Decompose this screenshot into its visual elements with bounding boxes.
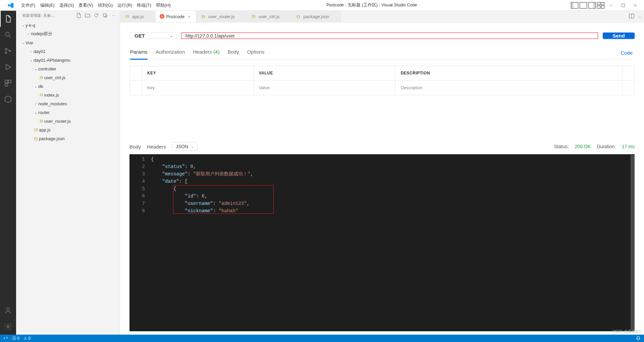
run-debug-icon[interactable] — [0, 59, 16, 75]
folder-vue[interactable]: ⌄Vue — [16, 38, 120, 47]
close-icon[interactable] — [629, 1, 641, 10]
file-index[interactable]: JSindex.js — [16, 91, 120, 99]
value-input[interactable]: Value — [253, 80, 395, 95]
svg-rect-15 — [8, 80, 11, 83]
folder-router[interactable]: ⌄router — [16, 108, 120, 117]
folder-db[interactable]: ⌄db — [16, 82, 120, 91]
tab-package[interactable]: {}package.json× — [291, 11, 341, 22]
menu-go[interactable]: 转到(G) — [96, 1, 115, 10]
svg-rect-7 — [597, 6, 600, 8]
resp-tab-headers[interactable]: Headers — [147, 144, 166, 150]
explorer-icon[interactable] — [0, 11, 16, 27]
menu-view[interactable]: 查看(V) — [76, 1, 95, 10]
method-select[interactable]: GET⌄ — [129, 33, 176, 39]
collapse-all-icon[interactable] — [102, 13, 108, 18]
file-tree: ⌄y-k-q ›nodejs部分 ⌄Vue ›day01 ⌄day01-APIx… — [16, 20, 120, 335]
maximize-icon[interactable] — [617, 1, 629, 10]
new-file-icon[interactable] — [76, 13, 82, 18]
menu-help[interactable]: 帮助(H) — [154, 1, 173, 10]
svg-rect-16 — [5, 83, 8, 86]
editor-tabs: JSapp.js× ◎Postcode× JSuser_router.js× J… — [120, 11, 644, 22]
window-title: Postcode - 无标题 (工作区) - Visual Studio Cod… — [173, 2, 570, 8]
resp-tab-body[interactable]: Body — [129, 144, 141, 150]
settings-gear-icon[interactable] — [0, 319, 16, 335]
extensions-icon[interactable] — [0, 75, 16, 91]
menu-edit[interactable]: 编辑(E) — [38, 1, 57, 10]
folder-controller[interactable]: ⌄controller — [16, 64, 120, 73]
minimize-icon[interactable] — [605, 1, 617, 10]
code-link[interactable]: Code — [621, 50, 635, 56]
file-user-ctrl[interactable]: JSuser_ctrl.js — [16, 73, 120, 82]
folder-apixiangmu[interactable]: ⌄day01-APIxiangmu — [16, 56, 120, 64]
layout-grid-icon[interactable] — [597, 1, 605, 9]
svg-point-18 — [7, 326, 9, 328]
tab-auth[interactable]: Authorization — [156, 46, 185, 59]
notifications-icon[interactable] — [636, 336, 641, 341]
tab-user-router[interactable]: JSuser_router.js× — [196, 11, 247, 22]
svg-point-11 — [5, 48, 7, 50]
tab-postcode[interactable]: ◎Postcode× — [156, 11, 196, 22]
more-tab-icon[interactable]: ··· — [638, 14, 641, 19]
layout-left-icon[interactable] — [571, 1, 579, 9]
chevron-down-icon: ⌄ — [170, 34, 173, 38]
resp-format-select[interactable]: JSON⌄ — [172, 142, 198, 151]
activity-bar — [0, 11, 16, 335]
search-icon[interactable] — [0, 27, 16, 43]
svg-point-12 — [5, 52, 7, 54]
tab-params[interactable]: Params — [130, 46, 148, 60]
response-body[interactable]: 12345678 { "status": 0, "message": "获取用户… — [129, 154, 635, 331]
menu-file[interactable]: 文件(F) — [19, 1, 38, 10]
duration-value: 17 ms — [622, 144, 635, 149]
warnings-count[interactable]: ⚠ 0 — [23, 336, 31, 341]
tab-user-ctrl[interactable]: JSuser_ctrl.js× — [247, 11, 291, 22]
menu-run[interactable]: 运行(R) — [115, 1, 135, 10]
explorer-sidebar: 资源管理器: 无标... ··· ⌄y-k-q ›nodejs部分 ⌄Vue ›… — [16, 11, 120, 335]
folder-nodejs[interactable]: ›nodejs部分 — [16, 30, 120, 38]
folder-ykq[interactable]: ⌄y-k-q — [16, 21, 120, 30]
account-icon[interactable] — [0, 302, 16, 319]
layout-bottom-icon[interactable] — [579, 1, 587, 9]
svg-point-17 — [7, 308, 9, 310]
menu-selection[interactable]: 选择(S) — [57, 1, 76, 10]
tab-body[interactable]: Body — [227, 46, 239, 59]
desc-input[interactable]: Description — [395, 80, 622, 95]
status-label: Status: — [554, 144, 569, 149]
folder-day01[interactable]: ›day01 — [16, 47, 120, 56]
postcode-panel: GET⌄ http://127.0.0.1/api/user Send Para… — [120, 22, 644, 335]
errors-count[interactable]: ⓧ 0 — [12, 336, 19, 341]
svg-rect-2 — [580, 2, 587, 8]
tab-headers[interactable]: Headers (4) — [193, 46, 219, 59]
new-folder-icon[interactable] — [85, 13, 90, 18]
minimap[interactable] — [631, 155, 635, 331]
folder-node-modules[interactable]: ›node_modules — [16, 99, 120, 108]
refresh-icon[interactable] — [94, 13, 99, 18]
svg-rect-14 — [5, 80, 8, 83]
tab-options[interactable]: Options — [247, 46, 265, 59]
close-icon[interactable]: × — [186, 14, 192, 19]
split-editor-icon[interactable] — [629, 13, 634, 20]
file-package[interactable]: {}package.json — [16, 134, 120, 143]
file-user-router[interactable]: JSuser_router.js — [16, 117, 120, 125]
more-icon[interactable]: ··· — [111, 13, 116, 18]
svg-rect-19 — [103, 14, 106, 16]
param-row[interactable]: Key Value Description — [130, 80, 635, 95]
svg-rect-9 — [622, 4, 625, 7]
svg-rect-1 — [571, 2, 574, 8]
menu-terminal[interactable]: 终端(T) — [135, 1, 154, 10]
titlebar: 文件(F) 编辑(E) 选择(S) 查看(V) 转到(G) 运行(R) 终端(T… — [0, 0, 644, 11]
svg-point-13 — [9, 50, 11, 52]
vscode-logo — [3, 2, 19, 8]
send-button[interactable]: Send — [603, 33, 635, 39]
postcode-ext-icon[interactable] — [0, 91, 16, 107]
svg-rect-8 — [601, 6, 604, 8]
tab-appjs[interactable]: JSapp.js× — [120, 11, 156, 22]
remote-icon[interactable] — [3, 336, 8, 341]
key-input[interactable]: Key — [142, 80, 254, 95]
file-app[interactable]: JSapp.js — [16, 125, 120, 134]
col-desc: DESCRIPTION — [395, 66, 622, 80]
url-input[interactable]: http://127.0.0.1/api/user — [181, 33, 598, 39]
duration-label: Duration: — [597, 144, 616, 149]
status-value: 200 OK — [575, 144, 591, 149]
layout-right-icon[interactable] — [588, 1, 596, 9]
source-control-icon[interactable] — [0, 43, 16, 59]
